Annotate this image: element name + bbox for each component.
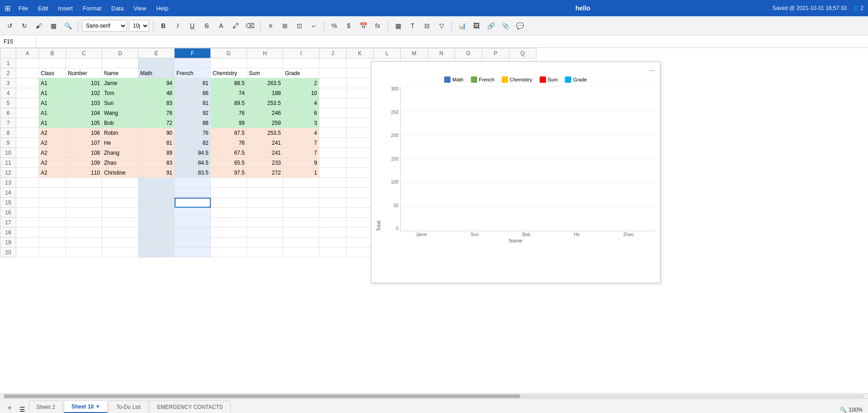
strikethrough-button[interactable]: S bbox=[200, 19, 213, 32]
tab-todo[interactable]: To-Do List bbox=[109, 400, 148, 413]
menu-file[interactable]: File bbox=[14, 3, 33, 14]
col-header-J[interactable]: J bbox=[319, 48, 346, 58]
cell-E2[interactable]: Math bbox=[138, 68, 175, 78]
cell-A4[interactable] bbox=[16, 88, 39, 98]
user-icon[interactable]: 👤 2 bbox=[852, 5, 863, 11]
chart-more-button[interactable]: ··· bbox=[650, 66, 655, 75]
tab-sheet2[interactable]: Sheet 2 bbox=[29, 400, 63, 413]
col-header-D[interactable]: D bbox=[102, 48, 138, 58]
tab-sheet10-dropdown[interactable]: ▼ bbox=[95, 404, 100, 409]
cell-G4[interactable]: 74 bbox=[211, 88, 247, 98]
cell-A1[interactable] bbox=[16, 58, 39, 68]
eraser-button[interactable]: ⌫ bbox=[244, 19, 256, 32]
italic-button[interactable]: I bbox=[171, 19, 184, 32]
col-header-A[interactable]: A bbox=[16, 48, 39, 58]
highlight-button[interactable]: 🖍 bbox=[229, 19, 242, 32]
col-header-L[interactable]: L bbox=[374, 48, 401, 58]
cell-B4[interactable]: A1 bbox=[39, 88, 66, 98]
font-selector[interactable]: Sans-serif bbox=[82, 20, 127, 32]
cell-B3[interactable]: A1 bbox=[39, 78, 66, 88]
cell-F3[interactable]: 81 bbox=[175, 78, 211, 88]
col-header-P[interactable]: P bbox=[482, 48, 509, 58]
comment-button[interactable]: 💬 bbox=[513, 19, 526, 32]
cell-G2[interactable]: Chemistry bbox=[211, 68, 247, 78]
scrollbar-thumb[interactable] bbox=[4, 394, 520, 398]
cell-D2[interactable]: Name bbox=[102, 68, 138, 78]
clip-button[interactable]: 📎 bbox=[499, 19, 512, 32]
col-header-N[interactable]: N bbox=[428, 48, 455, 58]
percent-button[interactable]: % bbox=[328, 19, 341, 32]
cell-H3[interactable]: 263.5 bbox=[247, 78, 283, 88]
sheet-list-button[interactable]: ☰ bbox=[18, 406, 27, 413]
selected-cell-F15[interactable] bbox=[175, 198, 211, 208]
horizontal-scrollbar[interactable] bbox=[0, 393, 868, 399]
col-header-Q[interactable]: Q bbox=[509, 48, 536, 58]
cell-I2[interactable]: Grade bbox=[283, 68, 319, 78]
redo-button[interactable]: ↻ bbox=[18, 19, 31, 32]
cell-G3[interactable]: 88.5 bbox=[211, 78, 247, 88]
formula-btn[interactable]: fx bbox=[371, 19, 384, 32]
cell-F4[interactable]: 66 bbox=[175, 88, 211, 98]
cell-D3[interactable]: Jame bbox=[102, 78, 138, 88]
cell-F1[interactable] bbox=[175, 58, 211, 68]
cell-G1[interactable] bbox=[211, 58, 247, 68]
underline-button[interactable]: U bbox=[186, 19, 199, 32]
tab-emergency[interactable]: EMERGENCY CONTACTS bbox=[149, 400, 231, 413]
menu-format[interactable]: Format bbox=[78, 3, 106, 14]
cell-E3[interactable]: 94 bbox=[138, 78, 175, 88]
sheet-area[interactable]: A B C D E F G H I J K L M N O bbox=[0, 48, 868, 393]
cell-I3[interactable]: 2 bbox=[283, 78, 319, 88]
add-sheet-button[interactable]: + bbox=[4, 404, 16, 413]
menu-help[interactable]: Help bbox=[152, 3, 173, 14]
tab-sheet10[interactable]: Sheet 10 ▼ bbox=[64, 400, 108, 413]
table-button[interactable]: ▦ bbox=[47, 19, 60, 32]
col-header-F[interactable]: F bbox=[175, 48, 211, 58]
menu-data[interactable]: Data bbox=[107, 3, 128, 14]
scrollbar-track[interactable] bbox=[4, 394, 864, 398]
cell-E4[interactable]: 48 bbox=[138, 88, 175, 98]
menu-view[interactable]: View bbox=[129, 3, 151, 14]
cell-B2[interactable]: Class bbox=[39, 68, 66, 78]
cell-A2[interactable] bbox=[16, 68, 39, 78]
cell-A3[interactable] bbox=[16, 78, 39, 88]
menu-insert[interactable]: Insert bbox=[53, 3, 77, 14]
font-size-selector[interactable]: 10pt bbox=[129, 20, 149, 32]
font-color-button[interactable]: A bbox=[215, 19, 228, 32]
col-header-K[interactable]: K bbox=[346, 48, 374, 58]
cell-K1[interactable] bbox=[346, 58, 374, 68]
image-button[interactable]: 🖼 bbox=[470, 19, 483, 32]
paint-format-button[interactable]: 🖌 bbox=[33, 19, 45, 32]
cell-E1[interactable] bbox=[138, 58, 175, 68]
col-header-B[interactable]: B bbox=[39, 48, 66, 58]
cell-C3[interactable]: 101 bbox=[66, 78, 102, 88]
filter-button[interactable]: ▽ bbox=[435, 19, 448, 32]
cell-J2[interactable] bbox=[319, 68, 346, 78]
formula-input[interactable] bbox=[36, 38, 868, 45]
pivot-button[interactable]: ⊟ bbox=[421, 19, 433, 32]
cell-J3[interactable] bbox=[319, 78, 346, 88]
col-header-H[interactable]: H bbox=[247, 48, 283, 58]
cell-C4[interactable]: 102 bbox=[66, 88, 102, 98]
border-button[interactable]: ⌐ bbox=[308, 19, 320, 32]
link-button[interactable]: 🔗 bbox=[484, 19, 497, 32]
menu-edit[interactable]: Edit bbox=[33, 3, 52, 14]
cell-I4[interactable]: 10 bbox=[283, 88, 319, 98]
bold-button[interactable]: B bbox=[157, 19, 170, 32]
col-header-M[interactable]: M bbox=[401, 48, 428, 58]
cell-H2[interactable]: Sum bbox=[247, 68, 283, 78]
cell-H4[interactable]: 188 bbox=[247, 88, 283, 98]
align-left-button[interactable]: ≡ bbox=[264, 19, 277, 32]
zoom-control[interactable]: 🔍 100% bbox=[840, 407, 868, 413]
cell-K2[interactable] bbox=[346, 68, 374, 78]
cell-reference[interactable]: F15 bbox=[0, 35, 36, 47]
table2-button[interactable]: ▦ bbox=[392, 19, 404, 32]
chart-button[interactable]: 📊 bbox=[455, 19, 468, 32]
search-button[interactable]: 🔍 bbox=[62, 19, 74, 32]
cell-C1[interactable] bbox=[66, 58, 102, 68]
currency-button[interactable]: $ bbox=[342, 19, 355, 32]
undo-button[interactable]: ↺ bbox=[4, 19, 16, 32]
cell-I1[interactable] bbox=[283, 58, 319, 68]
date-button[interactable]: 📅 bbox=[357, 19, 370, 32]
cell-D1[interactable] bbox=[102, 58, 138, 68]
cell-J1[interactable] bbox=[319, 58, 346, 68]
